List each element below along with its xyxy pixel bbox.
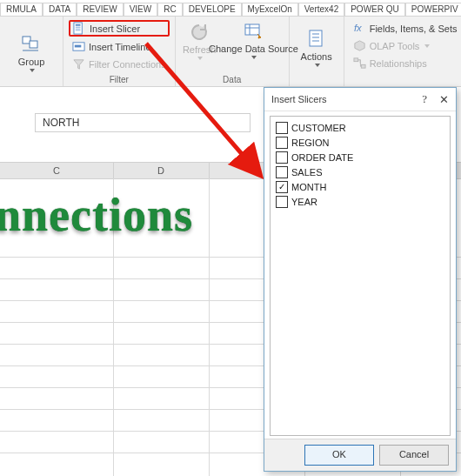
col-c-header[interactable]: C <box>0 163 114 178</box>
chevron-down-icon <box>197 57 203 60</box>
refresh-icon <box>189 22 210 43</box>
chevron-down-icon <box>30 69 35 72</box>
group-section-label <box>5 84 57 86</box>
svg-rect-1 <box>30 41 37 48</box>
actions-label: Actions <box>301 51 332 62</box>
field-customer[interactable]: CUSTOMER <box>276 122 444 134</box>
relationships-icon <box>353 57 366 70</box>
svg-rect-5 <box>76 29 81 30</box>
cancel-button[interactable]: Cancel <box>379 445 449 466</box>
filter-icon <box>72 57 85 70</box>
svg-rect-16 <box>354 58 358 62</box>
ribbon: Group Insert Slicer Insert Timeline <box>0 16 461 87</box>
change-data-source-button[interactable]: Change Data Source <box>222 17 284 60</box>
col-d-header[interactable]: D <box>113 163 210 178</box>
group-button[interactable]: Group <box>5 29 57 73</box>
data-section-label: Data <box>181 75 284 86</box>
cube-icon <box>353 39 366 52</box>
tab-review[interactable]: REVIEW <box>77 3 123 16</box>
group-label: Group <box>18 57 45 67</box>
fields-items-sets-label: Fields, Items, & Sets <box>370 23 458 34</box>
dialog-field-list: CUSTOMER REGION ORDER DATE SALES ✓MONTH … <box>270 116 451 436</box>
checkbox-checked-icon[interactable]: ✓ <box>276 181 288 193</box>
actions-icon <box>306 29 327 50</box>
insert-slicer-button[interactable]: Insert Slicer <box>69 20 170 37</box>
filter-section-label: Filter <box>69 75 170 86</box>
checkbox-icon[interactable] <box>276 196 288 208</box>
svg-rect-11 <box>310 30 322 46</box>
svg-text:fx: fx <box>354 23 362 33</box>
filter-connections-label: Filter Connections <box>89 59 166 70</box>
timeline-icon <box>72 40 85 53</box>
slicer-icon <box>73 22 86 35</box>
data-source-icon <box>243 22 264 43</box>
group-icon <box>21 34 42 55</box>
field-month[interactable]: ✓MONTH <box>276 181 444 193</box>
svg-rect-8 <box>245 24 259 35</box>
tab-powerpivot[interactable]: POWERPIV <box>405 3 461 16</box>
checkbox-icon[interactable] <box>276 166 288 178</box>
checkbox-icon[interactable] <box>276 122 288 134</box>
relationships-button: Relationships <box>350 56 461 70</box>
tab-myexcelon[interactable]: MyExcelOn <box>242 3 298 16</box>
tab-powerquery[interactable]: POWER QU <box>344 3 405 16</box>
close-icon[interactable]: ✕ <box>439 94 449 105</box>
svg-rect-7 <box>75 45 82 48</box>
refresh-button: Refresh <box>179 17 220 61</box>
field-sales[interactable]: SALES <box>276 166 444 178</box>
tab-developer[interactable]: DEVELOPE <box>183 3 242 16</box>
ok-button[interactable]: OK <box>304 445 374 466</box>
change-data-source-label: Change Data Source <box>209 44 298 54</box>
chevron-down-icon <box>424 44 430 48</box>
svg-rect-17 <box>361 64 365 68</box>
svg-rect-4 <box>76 27 81 29</box>
fields-items-sets-button[interactable]: fx Fields, Items, & Sets <box>350 21 461 36</box>
relationships-label: Relationships <box>370 58 427 69</box>
actions-button[interactable]: Actions <box>291 23 343 68</box>
olap-tools-button: OLAP Tools <box>350 38 461 53</box>
tab-view[interactable]: VIEW <box>124 3 158 16</box>
help-icon[interactable]: ? <box>422 92 427 106</box>
tab-rc[interactable]: RC <box>157 3 182 16</box>
insert-slicers-dialog: Insert Slicers ? ✕ CUSTOMER REGION ORDER… <box>264 87 457 472</box>
filter-connections-button: Filter Connections <box>69 57 170 71</box>
insert-timeline-label: Insert Timeline <box>89 42 151 52</box>
tab-data[interactable]: DATA <box>43 3 77 16</box>
formula-icon: fx <box>353 22 366 35</box>
insert-slicer-label: Insert Slicer <box>90 23 140 34</box>
active-cell-value[interactable]: NORTH <box>35 113 251 132</box>
ribbon-tabs: RMULA DATA REVIEW VIEW RC DEVELOPE MyExc… <box>0 0 461 16</box>
chevron-down-icon <box>251 56 257 59</box>
field-order-date[interactable]: ORDER DATE <box>276 151 444 164</box>
svg-rect-3 <box>76 24 81 26</box>
insert-timeline-button[interactable]: Insert Timeline <box>69 39 170 54</box>
checkbox-icon[interactable] <box>276 137 288 149</box>
checkbox-icon[interactable] <box>276 151 288 164</box>
field-year[interactable]: YEAR <box>276 196 444 208</box>
olap-tools-label: OLAP Tools <box>370 41 420 51</box>
tab-formulas[interactable]: RMULA <box>0 3 43 16</box>
dialog-title: Insert Slicers <box>271 94 327 104</box>
tab-vertex42[interactable]: Vertex42 <box>298 3 344 16</box>
decorative-title-text: nnections <box>0 188 193 242</box>
field-region[interactable]: REGION <box>276 137 444 149</box>
chevron-down-icon <box>315 64 320 67</box>
